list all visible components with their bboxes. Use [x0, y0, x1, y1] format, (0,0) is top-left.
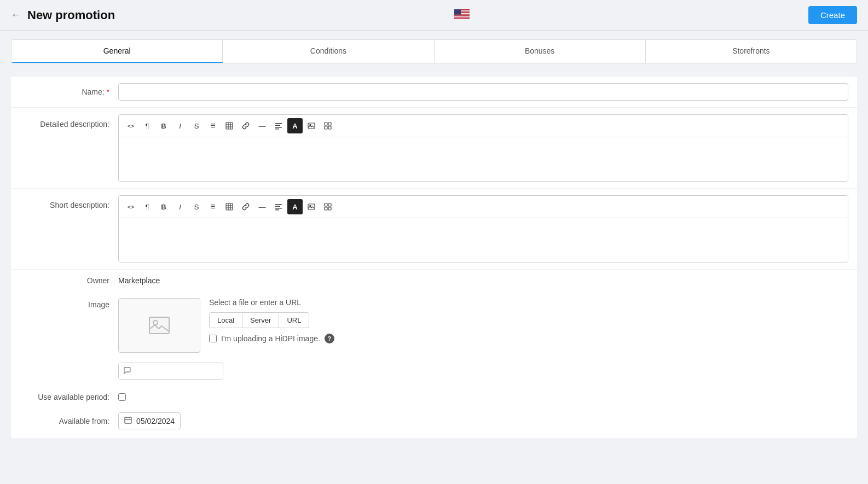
short-toolbar-font-btn[interactable]: A: [287, 199, 303, 214]
svg-rect-13: [454, 9, 461, 15]
short-toolbar-bold-btn[interactable]: B: [156, 199, 171, 214]
toolbar-code-btn[interactable]: <>: [123, 118, 138, 133]
svg-rect-11: [454, 18, 470, 18]
svg-rect-19: [275, 123, 282, 124]
image-placeholder-icon: [148, 316, 170, 335]
detailed-description-row: Detailed description: <> ¶ B I S ≡: [11, 108, 857, 189]
svg-rect-20: [275, 125, 280, 126]
image-alt-row: [11, 359, 857, 386]
short-toolbar-para-btn[interactable]: ¶: [140, 199, 155, 214]
svg-rect-40: [325, 203, 327, 206]
short-toolbar-italic-btn[interactable]: I: [172, 199, 188, 214]
tab-bonuses[interactable]: Bonuses: [435, 40, 646, 63]
required-marker: *: [107, 88, 109, 96]
svg-rect-37: [275, 209, 279, 211]
svg-rect-23: [308, 123, 315, 129]
use-available-period-checkbox[interactable]: [118, 393, 126, 401]
alt-text-input[interactable]: [135, 364, 223, 379]
owner-value: Marketplace: [118, 276, 160, 285]
toolbar-list-btn[interactable]: ≡: [205, 118, 221, 133]
page-header: ← New promotion Create: [0, 0, 868, 31]
owner-label: Owner: [20, 276, 118, 285]
svg-rect-41: [328, 203, 331, 206]
name-label: Name: *: [20, 83, 118, 96]
short-toolbar-table-btn[interactable]: [222, 199, 237, 214]
detailed-description-label: Detailed description:: [20, 114, 118, 129]
image-preview: [118, 298, 200, 353]
alt-comment-icon: [119, 363, 135, 379]
short-description-editor: <> ¶ B I S ≡: [118, 195, 848, 263]
detailed-description-toolbar: <> ¶ B I S ≡: [119, 115, 848, 137]
short-toolbar-image-btn[interactable]: [304, 199, 319, 214]
name-input[interactable]: [118, 83, 848, 101]
available-from-date-input[interactable]: 05/02/2024: [118, 412, 181, 429]
toolbar-widget-btn[interactable]: [320, 118, 335, 133]
name-field: [118, 83, 848, 101]
hidpi-help-icon[interactable]: ?: [325, 334, 334, 343]
toolbar-image-btn[interactable]: [304, 118, 319, 133]
tab-conditions[interactable]: Conditions: [223, 40, 434, 63]
source-server-btn[interactable]: Server: [242, 312, 279, 328]
hidpi-row: I'm uploading a HiDPI image. ?: [209, 334, 334, 343]
content-area: General Conditions Bonuses Storefronts N…: [0, 31, 868, 447]
short-toolbar-list-btn[interactable]: ≡: [205, 199, 221, 214]
source-local-btn[interactable]: Local: [209, 312, 242, 328]
svg-rect-28: [328, 126, 331, 129]
svg-rect-34: [275, 204, 282, 205]
hidpi-checkbox[interactable]: [209, 335, 217, 342]
alt-input-group: [118, 363, 223, 380]
svg-rect-35: [275, 206, 280, 207]
toolbar-align-btn[interactable]: [271, 118, 286, 133]
short-description-toolbar: <> ¶ B I S ≡: [119, 196, 848, 218]
create-button[interactable]: Create: [808, 6, 857, 24]
detailed-description-content[interactable]: [119, 137, 848, 181]
image-field: Select a file or enter a URL Local Serve…: [118, 298, 334, 353]
svg-rect-26: [328, 123, 331, 125]
source-url-btn[interactable]: URL: [279, 312, 309, 328]
back-button[interactable]: ←: [11, 9, 21, 21]
short-toolbar-align-btn[interactable]: [271, 199, 286, 214]
short-toolbar-strike-btn[interactable]: S: [189, 199, 204, 214]
name-row: Name: *: [11, 77, 857, 108]
detailed-description-field: <> ¶ B I S ≡: [118, 114, 848, 182]
short-description-content[interactable]: [119, 218, 848, 262]
lang-flag-container: [454, 9, 470, 21]
toolbar-italic-btn[interactable]: I: [172, 118, 188, 133]
tabs-container: General Conditions Bonuses Storefronts: [11, 39, 857, 63]
use-available-period-label: Use available period:: [20, 393, 118, 401]
svg-rect-9: [454, 16, 470, 16]
detailed-description-editor: <> ¶ B I S ≡: [118, 114, 848, 182]
image-controls: Select a file or enter a URL Local Serve…: [209, 298, 334, 343]
short-toolbar-code-btn[interactable]: <>: [123, 199, 138, 214]
image-source-buttons: Local Server URL: [209, 312, 334, 328]
short-description-row: Short description: <> ¶ B I S ≡: [11, 189, 857, 270]
toolbar-para-btn[interactable]: ¶: [140, 118, 155, 133]
us-flag-icon[interactable]: [454, 9, 470, 19]
svg-rect-46: [125, 417, 131, 423]
svg-rect-25: [325, 123, 327, 125]
form-section: Name: * Detailed description: <> ¶ B I S: [11, 77, 857, 438]
toolbar-strike-btn[interactable]: S: [189, 118, 204, 133]
short-toolbar-link-btn[interactable]: [238, 199, 253, 214]
tab-storefronts[interactable]: Storefronts: [646, 40, 857, 63]
image-row: Image Select a file or enter a URL Local…: [11, 291, 857, 359]
use-available-period-row: Use available period:: [11, 386, 857, 408]
toolbar-font-btn[interactable]: A: [287, 118, 303, 133]
svg-rect-43: [328, 207, 331, 210]
svg-rect-12: [454, 19, 470, 19]
available-from-row: Available from: 05/02/2024: [11, 408, 857, 438]
svg-rect-14: [226, 123, 233, 129]
tab-general[interactable]: General: [11, 40, 223, 63]
toolbar-link-btn[interactable]: [238, 118, 253, 133]
short-description-field: <> ¶ B I S ≡: [118, 195, 848, 263]
toolbar-table-btn[interactable]: [222, 118, 237, 133]
short-toolbar-widget-btn[interactable]: [320, 199, 335, 214]
toolbar-bold-btn[interactable]: B: [156, 118, 171, 133]
page-title: New promotion: [27, 8, 115, 22]
svg-rect-36: [275, 208, 282, 209]
svg-rect-44: [149, 317, 169, 334]
available-from-date: 05/02/2024: [136, 417, 175, 425]
short-toolbar-hr-btn[interactable]: —: [254, 199, 270, 214]
hidpi-label: I'm uploading a HiDPI image.: [221, 334, 320, 343]
toolbar-hr-btn[interactable]: —: [254, 118, 270, 133]
